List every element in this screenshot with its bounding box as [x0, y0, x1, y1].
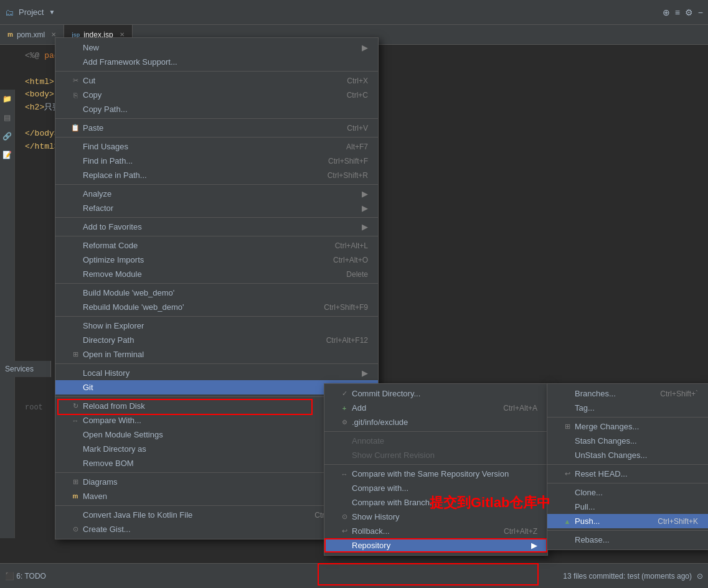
menu-item-open-in-terminal[interactable]: ⊞ Open in Terminal — [55, 347, 378, 362]
git-menu-rollback[interactable]: ↩ Rollback... Ctrl+Alt+Z — [324, 524, 547, 538]
git-right-submenu: Branches... Ctrl+Shift+` Tag... ⊞ Merge … — [547, 383, 708, 550]
commit-info: 13 files committed: test (moments ago) — [563, 572, 692, 581]
scratch-icon[interactable]: 📝 — [2, 151, 12, 159]
git-right-reset-head[interactable]: ↩ Reset HEAD... — [547, 467, 708, 481]
separator-4 — [55, 184, 378, 185]
menu-item-show-in-explorer[interactable]: Show in Explorer — [55, 319, 378, 333]
git-right-pull[interactable]: Pull... — [547, 500, 708, 514]
pom-tab-label: pom.xml — [17, 30, 45, 39]
dropdown-icon[interactable]: ▼ — [49, 9, 55, 16]
menu-item-refactor[interactable]: Refactor ▶ — [55, 201, 378, 215]
menu-item-copy-path[interactable]: Copy Path... — [55, 102, 378, 116]
git-right-tag[interactable]: Tag... — [547, 401, 708, 415]
git-right-clone[interactable]: Clone... — [547, 485, 708, 500]
git-menu-compare-with[interactable]: Compare with... — [324, 481, 547, 495]
menu-item-analyze[interactable]: Analyze ▶ — [55, 187, 378, 201]
menu-item-find-in-path[interactable]: Find in Path... Ctrl+Shift+F — [55, 154, 378, 168]
git-menu-commit-directory[interactable]: ✓ Commit Directory... — [324, 386, 547, 401]
git-menu-repository[interactable]: Repository ▶ — [324, 538, 547, 553]
separator-3 — [55, 137, 378, 138]
git-separator-1 — [324, 431, 547, 432]
services-bar[interactable]: Services — [0, 361, 51, 377]
todo-label[interactable]: ⬛ 6: TODO — [5, 572, 46, 581]
menu-item-local-history[interactable]: Local History ▶ — [55, 366, 378, 380]
separator-8 — [55, 316, 378, 317]
menu-item-add-framework[interactable]: Add Framework Support... — [55, 55, 378, 69]
menu-item-cut[interactable]: ✂ Cut Ctrl+X — [55, 73, 378, 88]
git-menu-compare-same-repo[interactable]: ↔ Compare with the Same Repository Versi… — [324, 467, 547, 481]
todo-icon: ⬛ — [5, 572, 14, 581]
separator-2 — [55, 118, 378, 119]
git-right-sep-1 — [547, 417, 708, 418]
external-icon[interactable]: 🔗 — [2, 132, 12, 141]
left-sidebar: 📁 ▤ 🔗 📝 — [0, 90, 15, 538]
separator-5 — [55, 217, 378, 218]
minimize-icon[interactable]: − — [698, 7, 703, 17]
settings-list-icon[interactable]: ≡ — [675, 7, 680, 17]
menu-item-find-usages[interactable]: Find Usages Alt+F7 — [55, 139, 378, 154]
separator-1 — [55, 71, 378, 72]
project-tree-icon[interactable]: 📁 — [2, 95, 12, 103]
menu-item-copy[interactable]: ⎘ Copy Ctrl+C — [55, 88, 378, 102]
top-toolbar: 🗂 Project ▼ ⊕ ≡ ⚙ − — [0, 0, 708, 25]
pom-icon: m — [7, 31, 13, 38]
add-icon[interactable]: ⊕ — [663, 7, 670, 17]
separator-7 — [55, 283, 378, 284]
git-submenu: ✓ Commit Directory... + Add Ctrl+Alt+A ⚙… — [324, 383, 548, 556]
git-right-branches[interactable]: Branches... Ctrl+Shift+` — [547, 386, 708, 401]
git-menu-gitinfo-exclude[interactable]: ⚙ .git/info/exclude — [324, 415, 547, 429]
git-right-rebase[interactable]: Rebase... — [547, 533, 708, 547]
menu-item-reformat[interactable]: Reformat Code Ctrl+Alt+L — [55, 238, 378, 253]
project-folder-icon: 🗂 — [5, 7, 14, 17]
git-right-sep-3 — [547, 483, 708, 483]
git-separator-2 — [324, 464, 547, 465]
git-right-push[interactable]: ▲ Push... Ctrl+Shift+K — [547, 514, 708, 528]
menu-item-optimize-imports[interactable]: Optimize Imports Ctrl+Alt+O — [55, 253, 378, 267]
git-right-merge-changes[interactable]: ⊞ Merge Changes... — [547, 419, 708, 434]
gear-icon[interactable]: ⚙ — [685, 7, 693, 17]
bottom-bar: ⬛ 6: TODO 13 files committed: test (mome… — [0, 563, 708, 588]
menu-item-paste[interactable]: 📋 Paste Ctrl+V — [55, 121, 378, 135]
menu-item-remove-module[interactable]: Remove Module Delete — [55, 267, 378, 281]
git-right-unstash[interactable]: UnStash Changes... — [547, 448, 708, 462]
git-right-sep-4 — [547, 530, 708, 531]
git-menu-annotate: Annotate — [324, 434, 547, 448]
menu-item-directory-path[interactable]: Directory Path Ctrl+Alt+F12 — [55, 333, 378, 347]
project-label[interactable]: Project — [19, 7, 44, 17]
menu-item-new[interactable]: New ▶ — [55, 40, 378, 55]
github-icon: ⊙ — [697, 572, 703, 581]
git-menu-show-history[interactable]: ⊙ Show History — [324, 510, 547, 524]
menu-item-rebuild-module[interactable]: Rebuild Module 'web_demo' Ctrl+Shift+F9 — [55, 300, 378, 314]
git-menu-add[interactable]: + Add Ctrl+Alt+A — [324, 401, 547, 415]
structure-icon[interactable]: ▤ — [4, 113, 11, 122]
separator-6 — [55, 236, 378, 236]
services-label: Services — [5, 365, 34, 373]
menu-item-add-to-favorites[interactable]: Add to Favorites ▶ — [55, 220, 378, 234]
menu-item-build-module[interactable]: Build Module 'web_demo' — [55, 286, 378, 300]
git-menu-show-current-revision: Show Current Revision — [324, 448, 547, 462]
menu-item-replace-in-path[interactable]: Replace in Path... Ctrl+Shift+R — [55, 168, 378, 182]
git-right-sep-2 — [547, 464, 708, 465]
jsp-icon: jsp — [72, 32, 80, 38]
git-menu-compare-branch[interactable]: Compare with Branch... — [324, 495, 547, 510]
git-right-stash[interactable]: Stash Changes... — [547, 434, 708, 448]
separator-9 — [55, 363, 378, 364]
